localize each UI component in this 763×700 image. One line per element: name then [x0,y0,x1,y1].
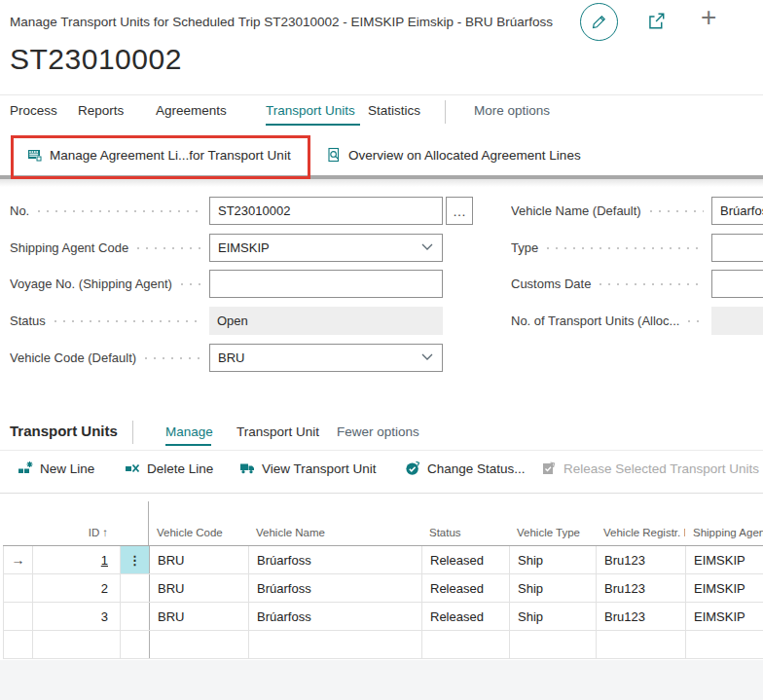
share-button[interactable] [646,11,667,31]
delete-line-button[interactable]: Delete Line [125,461,213,476]
subtab-transport-unit[interactable]: Transport Unit [236,424,319,439]
change-status-label: Change Status... [427,461,526,476]
tab-agreements[interactable]: Agreements [156,103,227,118]
tab-process[interactable]: Process [10,103,57,118]
cell-vehicle-code[interactable]: BRU [150,603,249,630]
row-pointer-cell [4,574,33,602]
table-row[interactable]: 2 BRU Brúarfoss Released Ship Bru123 EIM… [3,574,763,603]
table-row[interactable]: → 1 ⋮ BRU Brúarfoss Released Ship Bru123… [3,546,763,574]
header-cell-id[interactable]: ID ↑ [32,501,120,545]
assist-edit-button[interactable]: … [446,197,473,225]
cell-id[interactable]: 3 [33,603,121,630]
dotted-leader [54,320,202,322]
share-icon [646,11,667,31]
vehicle-code-field[interactable] [209,344,443,372]
overview-allocated-agreement-lines-label: Overview on Allocated Agreement Lines [348,148,581,163]
dotted-leader [600,283,704,285]
header-cell-shipping-agent-code[interactable]: Shipping Agent Code [685,501,763,545]
dotted-leader [688,320,704,322]
tab-reports[interactable]: Reports [78,103,124,118]
chevron-down-icon[interactable] [421,353,433,361]
cell-shipping-agent-code[interactable]: EIMSKIP [686,546,763,573]
subtab-fewer-options[interactable]: Fewer options [337,424,419,439]
cell-vehicle-registr-no[interactable]: Bru123 [597,574,686,602]
divider [0,450,763,451]
cell-status[interactable]: Released [422,574,510,602]
cell-vehicle-name[interactable]: Brúarfoss [249,603,422,630]
status-check-icon [405,461,420,476]
view-transport-unit-button[interactable]: View Transport Unit [239,461,377,476]
cell-vehicle-type[interactable]: Ship [510,574,597,602]
more-options-button[interactable]: More options [474,103,550,118]
vehicle-name-field[interactable] [711,197,763,225]
subtab-manage[interactable]: Manage [165,424,213,439]
customs-date-field[interactable] [711,270,763,298]
active-tab-underline [266,124,360,126]
divider [132,421,133,444]
header-cell-vehicle-name[interactable]: Vehicle Name [248,501,421,545]
no-field[interactable] [209,197,443,225]
dotted-leader [547,247,704,249]
release-selected-transport-units-button[interactable]: Release Selected Transport Units [541,461,759,476]
cell-vehicle-type[interactable]: Ship [510,546,597,573]
header-cell-status[interactable]: Status [421,501,509,545]
field-label-customs-date: Customs Date [511,270,708,298]
cell-shipping-agent-code[interactable]: EIMSKIP [686,603,763,630]
cell-vehicle-type[interactable]: Ship [510,603,597,630]
add-button[interactable]: + [701,2,716,33]
table-row[interactable]: 3 BRU Brúarfoss Released Ship Bru123 EIM… [3,603,763,631]
cell-status[interactable]: Released [422,603,510,630]
divider [0,493,763,494]
grid-footer-area [0,660,763,700]
dotted-leader [650,210,704,212]
row-menu-button[interactable]: ⋮ [121,546,150,573]
header-cell-vehicle-registr-no[interactable]: Vehicle Registr. No. [596,501,685,545]
page: Manage Transport Units for Scheduled Tri… [0,0,763,700]
active-subtab-underline [165,444,211,446]
document-search-icon [326,147,342,163]
tab-statistics[interactable]: Statistics [368,103,420,118]
page-title: ST23010002 [10,43,182,76]
shipping-agent-code-field[interactable] [209,234,443,262]
header-cell-arrow [3,501,32,545]
change-status-button[interactable]: Change Status... [405,461,526,476]
field-label-vehicle-name: Vehicle Name (Default) [511,197,708,225]
chevron-down-icon[interactable] [421,243,433,251]
pencil-icon [591,14,607,30]
type-field[interactable] [711,234,763,262]
divider-shadow [0,179,763,187]
sort-ascending-icon: ↑ [102,527,108,540]
new-line-button[interactable]: New Line [18,461,94,476]
dotted-leader [145,357,202,359]
delete-line-label: Delete Line [147,461,213,476]
window-caption: Manage Transport Units for Scheduled Tri… [10,15,553,29]
cell-vehicle-registr-no[interactable]: Bru123 [597,603,686,630]
cell-vehicle-code[interactable]: BRU [150,574,249,602]
table-row-empty[interactable] [3,631,763,659]
edit-button[interactable] [580,3,618,41]
cell-id[interactable]: 2 [33,574,121,602]
header-cell-vehicle-code[interactable]: Vehicle Code [149,501,248,545]
row-menu-cell[interactable] [121,574,150,602]
field-label-voyage-no: Voyage No. (Shipping Agent) [10,270,206,298]
status-field: Open [209,307,443,335]
header-cell-vehicle-type[interactable]: Vehicle Type [509,501,596,545]
voyage-no-field[interactable] [209,270,443,298]
cell-vehicle-code[interactable]: BRU [150,546,249,573]
dotted-leader [181,283,202,285]
delete-line-icon [125,461,140,476]
field-label-no: No. [10,197,206,225]
transport-units-table: ID ↑ Vehicle Code Vehicle Name Status Ve… [3,501,763,659]
release-selected-transport-units-label: Release Selected Transport Units [563,461,759,476]
release-check-icon [541,461,557,476]
cell-vehicle-registr-no[interactable]: Bru123 [597,546,686,573]
cell-vehicle-name[interactable]: Brúarfoss [249,574,422,602]
overview-allocated-agreement-lines-button[interactable]: Overview on Allocated Agreement Lines [326,147,581,163]
dotted-leader [38,210,202,212]
cell-shipping-agent-code[interactable]: EIMSKIP [686,574,763,602]
tab-transport-units[interactable]: Transport Units [266,103,355,118]
cell-id[interactable]: 1 [33,546,121,573]
cell-vehicle-name[interactable]: Brúarfoss [249,546,422,573]
cell-status[interactable]: Released [422,546,510,573]
row-menu-cell[interactable] [121,603,150,630]
